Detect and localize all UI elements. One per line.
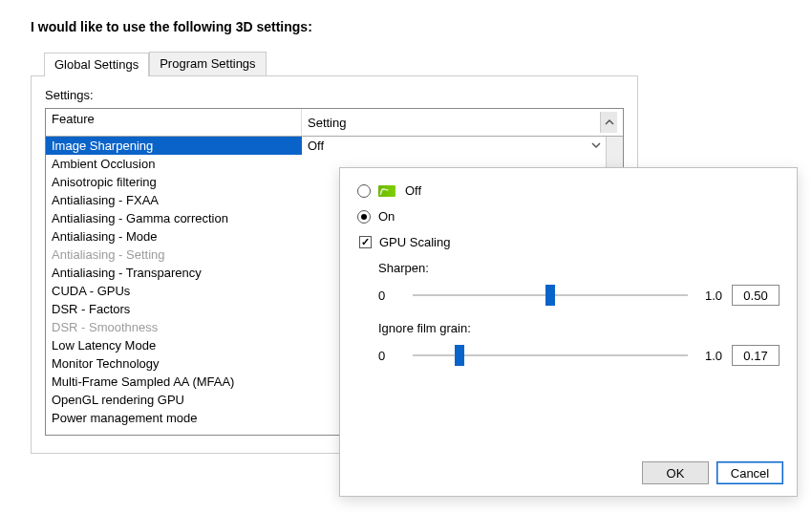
setting-dropdown[interactable]: Off (308, 137, 606, 155)
film-grain-value[interactable]: 0.17 (732, 345, 780, 366)
film-grain-slider[interactable] (413, 354, 688, 356)
film-grain-label: Ignore film grain: (378, 321, 780, 335)
film-grain-min: 0 (378, 349, 403, 363)
feature-cell: Monitor Technology (52, 354, 302, 373)
sharpen-value[interactable]: 0.50 (732, 285, 780, 306)
sharpen-label: Sharpen: (378, 261, 780, 275)
table-row[interactable]: Image SharpeningOff (46, 137, 606, 155)
setting-dropdown-value: Off (308, 137, 324, 155)
radio-on[interactable] (357, 210, 371, 224)
tab-program-settings[interactable]: Program Settings (149, 52, 266, 75)
feature-cell: Antialiasing - FXAA (52, 191, 302, 209)
nvidia-logo-icon (378, 185, 395, 197)
tab-global-settings[interactable]: Global Settings (44, 53, 149, 76)
feature-cell: OpenGL rendering GPU (52, 391, 302, 409)
feature-cell: Image Sharpening (52, 137, 302, 155)
feature-cell: DSR - Smoothness (52, 318, 302, 336)
sharpen-thumb[interactable] (545, 285, 555, 306)
image-sharpening-dialog: Off On GPU Scaling Sharpen: 0 1.0 0.50 I… (339, 167, 798, 497)
chevron-up-icon (605, 118, 614, 127)
gpu-scaling-checkbox[interactable] (359, 236, 372, 248)
sharpen-slider[interactable] (413, 294, 688, 296)
dialog-buttons: OK Cancel (642, 461, 783, 484)
feature-cell: Ambient Occlusion (52, 155, 302, 173)
sharpen-slider-block: Sharpen: 0 1.0 0.50 (378, 261, 780, 306)
feature-cell: Antialiasing - Mode (52, 227, 302, 246)
ok-button[interactable]: OK (642, 461, 709, 484)
feature-cell: DSR - Factors (52, 300, 302, 318)
feature-cell: CUDA - GPUs (52, 282, 302, 300)
sharpen-max: 1.0 (697, 289, 722, 303)
sliders-area: Sharpen: 0 1.0 0.50 Ignore film grain: 0… (357, 261, 780, 366)
sharpen-min: 0 (378, 289, 403, 303)
feature-cell: Antialiasing - Setting (52, 246, 302, 264)
settings-label: Settings: (45, 88, 624, 102)
gpu-scaling-label: GPU Scaling (379, 235, 450, 249)
page-title: I would like to use the following 3D set… (31, 19, 793, 34)
grid-header: Feature Setting (46, 109, 623, 137)
column-header-setting-label: Setting (308, 116, 346, 130)
chevron-down-icon (588, 137, 604, 155)
gpu-scaling-row[interactable]: GPU Scaling (359, 235, 780, 249)
feature-cell: Antialiasing - Gamma correction (52, 209, 302, 227)
radio-off-row[interactable]: Off (357, 183, 780, 198)
scroll-up-button[interactable] (600, 112, 617, 133)
film-grain-thumb[interactable] (455, 345, 464, 366)
radio-off-label: Off (405, 183, 421, 198)
radio-on-row[interactable]: On (357, 209, 780, 224)
feature-cell: Multi-Frame Sampled AA (MFAA) (52, 373, 302, 391)
feature-cell: Anisotropic filtering (52, 173, 302, 191)
cancel-button[interactable]: Cancel (716, 461, 783, 484)
feature-cell: Low Latency Mode (52, 336, 302, 354)
feature-cell: Power management mode (52, 409, 302, 427)
radio-on-label: On (378, 209, 395, 224)
tabs: Global Settings Program Settings (44, 52, 793, 75)
film-grain-slider-block: Ignore film grain: 0 1.0 0.17 (378, 321, 780, 366)
feature-cell: Antialiasing - Transparency (52, 264, 302, 282)
column-header-feature[interactable]: Feature (46, 109, 302, 136)
film-grain-max: 1.0 (697, 349, 722, 363)
column-header-setting[interactable]: Setting (302, 109, 623, 136)
radio-off[interactable] (357, 184, 371, 198)
setting-cell: Off (302, 137, 606, 155)
